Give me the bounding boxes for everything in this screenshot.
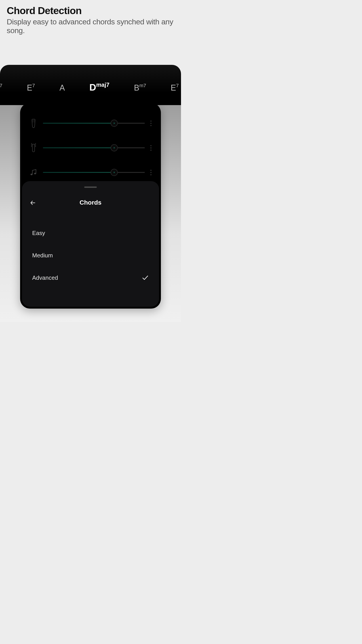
more-icon[interactable] xyxy=(147,145,154,151)
slider-thumb[interactable] xyxy=(111,144,118,152)
volume-slider[interactable] xyxy=(43,143,145,152)
sheet-header: Chords xyxy=(22,199,159,206)
page-subtitle: Display easy to advanced chords synched … xyxy=(7,18,174,35)
phone-screen: Chords Easy Medium Advanced xyxy=(20,103,161,308)
sheet-title: Chords xyxy=(28,199,152,206)
chord-row[interactable]: m7 E7 A Dmaj7 Bm7 E7 xyxy=(0,65,181,93)
option-advanced[interactable]: Advanced xyxy=(22,266,159,289)
sheet-handle[interactable] xyxy=(84,186,97,188)
hero: Chord Detection Display easy to advanced… xyxy=(0,0,181,35)
chord-item[interactable]: Bm7 xyxy=(134,83,146,92)
svg-point-2 xyxy=(32,122,33,122)
volume-slider[interactable] xyxy=(43,168,145,177)
more-icon[interactable] xyxy=(147,120,154,126)
options-list: Easy Medium Advanced xyxy=(22,222,159,289)
bottom-sheet: Chords Easy Medium Advanced xyxy=(22,181,159,307)
track-mixer xyxy=(20,103,161,192)
guitar-icon xyxy=(27,143,40,153)
chord-item-active[interactable]: Dmaj7 xyxy=(89,82,109,93)
slider-thumb[interactable] xyxy=(111,120,118,127)
svg-point-1 xyxy=(34,120,34,121)
back-arrow-icon[interactable] xyxy=(29,200,36,206)
device-showcase: m7 E7 A Dmaj7 Bm7 E7 xyxy=(0,65,181,322)
chord-item[interactable]: A xyxy=(59,83,65,92)
svg-point-0 xyxy=(32,120,33,121)
volume-slider[interactable] xyxy=(43,119,145,128)
track-row xyxy=(27,111,154,136)
option-label: Medium xyxy=(32,252,53,259)
bass-icon xyxy=(27,118,40,128)
chord-ribbon: m7 E7 A Dmaj7 Bm7 E7 xyxy=(0,65,181,105)
chord-item[interactable]: E7 xyxy=(171,83,179,92)
music-icon xyxy=(27,168,40,176)
option-easy[interactable]: Easy xyxy=(22,222,159,244)
option-label: Advanced xyxy=(32,274,58,281)
svg-point-5 xyxy=(34,173,36,174)
svg-point-4 xyxy=(31,174,33,175)
chord-item[interactable]: m7 xyxy=(0,83,2,92)
check-icon xyxy=(142,274,149,281)
slider-thumb[interactable] xyxy=(111,169,118,176)
track-row xyxy=(27,136,154,160)
option-label: Easy xyxy=(32,230,45,236)
option-medium[interactable]: Medium xyxy=(22,244,159,266)
more-icon[interactable] xyxy=(147,170,154,175)
page-title: Chord Detection xyxy=(7,5,174,16)
chord-item[interactable]: E7 xyxy=(27,83,35,92)
svg-point-3 xyxy=(34,122,34,122)
